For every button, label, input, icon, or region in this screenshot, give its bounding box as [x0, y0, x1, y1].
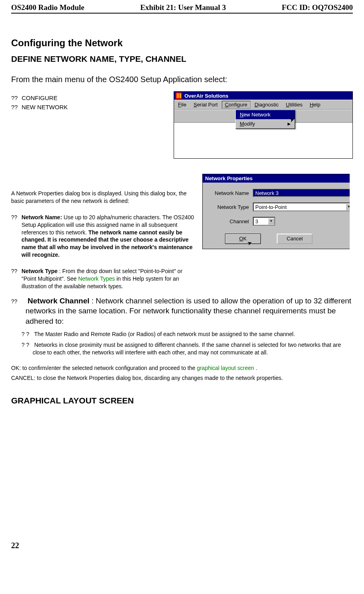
dialog-button-row: OK ➤ Cancel — [205, 231, 350, 245]
sub-bullet-a-text: The Master Radio and Remote Radio (or Ra… — [34, 331, 295, 337]
label-network-name: Network Name — [205, 190, 253, 196]
dropdown-modify[interactable]: Modify ▶ — [236, 119, 295, 128]
menu-file[interactable]: File — [175, 101, 190, 108]
bullet-icon: ?? — [11, 94, 20, 101]
network-name-block: ?? Network Name: Use up to 20 alpha/nume… — [11, 214, 198, 259]
menu-utilities[interactable]: Utilities — [283, 101, 306, 108]
bullet-icon: ?? — [11, 104, 20, 110]
app-title: OverAir Solutions — [184, 93, 229, 99]
cancel-button[interactable]: Cancel — [277, 234, 313, 244]
bullet-icon: ?? — [11, 267, 20, 275]
mouse-cursor-icon: ➤ — [246, 238, 254, 248]
sub-bullet-a: ? ? The Master Radio and Remote Radio (o… — [33, 330, 353, 338]
dropdown-new-network[interactable]: New Network — [236, 110, 295, 119]
configure-dropdown: New Network Modify ▶ — [235, 110, 295, 129]
app-window: OverAir Solutions File Serial Port Confi… — [174, 91, 353, 159]
ok-line: OK: to confirm/enter the selected networ… — [11, 364, 353, 372]
menu-diagnostic[interactable]: Diagnostic — [251, 101, 282, 108]
dropdown-arrow-icon[interactable]: ▼ — [346, 204, 350, 210]
page-header: OS2400 Radio Module Exhibit 21: User Man… — [11, 3, 353, 14]
label-channel: Channel — [205, 218, 253, 224]
menu-screenshot: OverAir Solutions File Serial Port Confi… — [174, 91, 353, 159]
label-network-type: Network Type — [205, 204, 253, 210]
header-right: FCC ID: OQ7OS2400 — [282, 3, 353, 12]
network-properties-screenshot: Network Properties Network Name Network … — [202, 166, 350, 249]
bullet-icon: ?? — [11, 298, 25, 305]
graphical-layout-link[interactable]: graphical layout screen — [197, 365, 254, 371]
cancel-line: CANCEL: to close the Network Properties … — [11, 374, 353, 382]
menu-configure[interactable]: Configure — [222, 101, 250, 108]
menu-help[interactable]: Help — [307, 101, 324, 108]
subhead-define: DEFINE NETWORK NAME, TYPE, CHANNEL — [11, 54, 353, 64]
steps-column: ?? CONFIGURE ?? NEW NETWORK — [11, 91, 170, 159]
bullet-icon: ? ? — [22, 330, 33, 338]
step-new-network: ?? NEW NETWORK — [20, 104, 170, 110]
row-channel: Channel 3 ▼ — [205, 217, 350, 226]
dialog-titlebar: Network Properties — [203, 174, 350, 183]
select-channel-value: 3 — [255, 218, 258, 224]
select-channel[interactable]: 3 ▼ — [253, 217, 275, 226]
step-configure: ?? CONFIGURE — [20, 94, 170, 101]
menu-serial-port[interactable]: Serial Port — [190, 101, 221, 108]
network-channel-label: Network Channel — [27, 297, 89, 305]
ok-text-b: . — [256, 365, 257, 371]
app-logo-icon — [176, 92, 182, 99]
intro-line: From the main menu of the OS2400 Setup A… — [11, 75, 353, 84]
ok-cancel-block: OK: to confirm/enter the selected networ… — [11, 364, 353, 382]
dropdown-arrow-icon[interactable]: ▼ — [268, 218, 274, 224]
menu-file-rest: ile — [181, 102, 186, 108]
network-name-label: Network Name: — [22, 214, 62, 220]
section-title: Configuring the Network — [11, 37, 353, 49]
network-type-label: Network Type — [22, 268, 58, 274]
properties-row: A Network Properties dialog box is displ… — [11, 166, 353, 290]
network-channel-block: ?? Network Channel : Network channel sel… — [11, 296, 353, 327]
properties-text-column: A Network Properties dialog box is displ… — [11, 166, 198, 290]
input-network-name[interactable]: Network 3 — [253, 189, 350, 197]
row-network-type: Network Type Point-to-Point ▼ — [205, 203, 350, 211]
header-center: Exhibit 21: User Manual 3 — [140, 3, 226, 12]
channel-sub-bullets: ? ? The Master Radio and Remote Radio (o… — [11, 330, 353, 356]
header-left: OS2400 Radio Module — [11, 3, 84, 12]
row-network-name: Network Name Network 3 — [205, 189, 350, 197]
ok-text-a: OK: to confirm/enter the selected networ… — [11, 365, 197, 371]
sub-bullet-b: ? ? Networks in close proximity must be … — [33, 341, 353, 356]
step-new-network-label: NEW NETWORK — [22, 104, 68, 110]
menubar: File Serial Port Configure Diagnostic Ut… — [174, 100, 352, 110]
toolbar-area: New Network Modify ▶ ➤ — [174, 110, 352, 122]
page-number: 22 — [11, 541, 353, 550]
dialog-body: Network Name Network 3 Network Type Poin… — [203, 183, 350, 249]
network-types-link[interactable]: Network Types — [78, 275, 115, 282]
step-configure-label: CONFIGURE — [22, 94, 57, 101]
ok-button[interactable]: OK ➤ — [225, 234, 261, 244]
bullet-icon: ?? — [11, 214, 20, 221]
steps-and-menu-row: ?? CONFIGURE ?? NEW NETWORK OverAir Solu… — [11, 91, 353, 159]
graphical-layout-screen-heading: GRAPHICAL LAYOUT SCREEN — [11, 396, 353, 405]
app-titlebar: OverAir Solutions — [174, 92, 352, 100]
select-network-type-value: Point-to-Point — [255, 204, 287, 210]
network-type-block: ?? Network Type : From the drop down lis… — [11, 267, 198, 290]
network-properties-dialog: Network Properties Network Name Network … — [202, 174, 350, 249]
properties-intro: A Network Properties dialog box is displ… — [11, 190, 198, 205]
sub-bullet-b-text: Networks in close proximity must be assi… — [33, 342, 341, 356]
select-network-type[interactable]: Point-to-Point ▼ — [253, 203, 350, 211]
bullet-icon: ? ? — [22, 341, 33, 349]
